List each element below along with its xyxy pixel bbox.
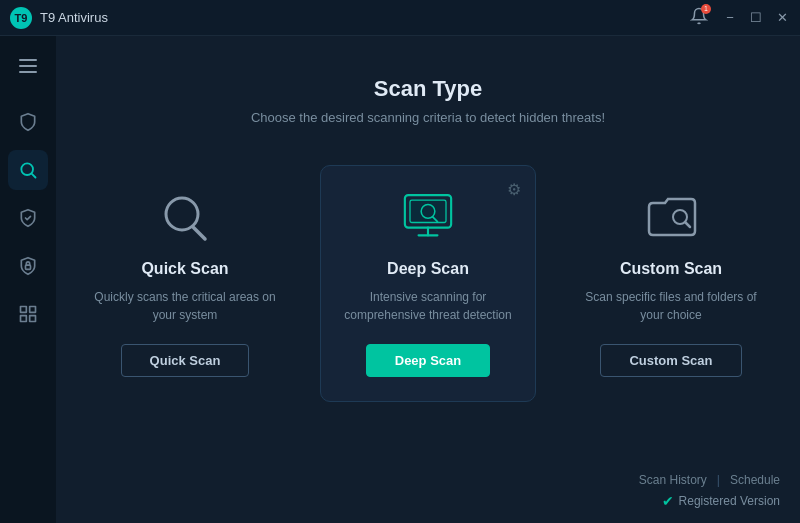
sidebar-item-protection[interactable] [8, 102, 48, 142]
page-title: Scan Type [374, 76, 482, 102]
minimize-button[interactable]: − [720, 8, 740, 28]
page-subtitle: Choose the desired scanning criteria to … [251, 110, 605, 125]
svg-rect-6 [21, 316, 27, 322]
deep-scan-title: Deep Scan [387, 260, 469, 278]
footer-separator: | [717, 473, 720, 487]
deep-scan-card: ⚙ Deep Scan In [320, 165, 536, 402]
app-body: Scan Type Choose the desired scanning cr… [0, 36, 800, 523]
quick-scan-button[interactable]: Quick Scan [121, 344, 250, 377]
scan-cards-container: Quick Scan Quickly scans the critical ar… [78, 165, 778, 402]
sidebar-item-privacy[interactable] [8, 246, 48, 286]
maximize-button[interactable]: ☐ [746, 8, 766, 28]
svg-rect-10 [410, 200, 446, 222]
svg-line-16 [685, 222, 690, 227]
app-logo: T9 [10, 7, 32, 29]
hamburger-icon [19, 59, 37, 73]
custom-scan-icon [636, 186, 706, 246]
settings-gear-icon[interactable]: ⚙ [507, 180, 521, 199]
title-bar: T9 T9 Antivirus 1 − ☐ ✕ [0, 0, 800, 36]
custom-scan-card: Custom Scan Scan specific files and fold… [564, 166, 778, 401]
registered-label: Registered Version [679, 494, 780, 508]
deep-scan-button[interactable]: Deep Scan [366, 344, 490, 377]
custom-scan-desc: Scan specific files and folders of your … [580, 288, 762, 324]
scan-history-link[interactable]: Scan History [639, 473, 707, 487]
footer-links: Scan History | Schedule [639, 473, 780, 487]
deep-scan-desc: Intensive scanning for comprehensive thr… [337, 288, 519, 324]
notification-icon[interactable]: 1 [690, 7, 708, 29]
registered-status: ✔ Registered Version [662, 493, 780, 509]
close-button[interactable]: ✕ [772, 8, 792, 28]
title-bar-left: T9 T9 Antivirus [10, 7, 108, 29]
deep-scan-icon [393, 186, 463, 246]
svg-point-7 [166, 198, 198, 230]
footer: Scan History | Schedule ✔ Registered Ver… [639, 473, 780, 509]
schedule-link[interactable]: Schedule [730, 473, 780, 487]
check-circle-icon: ✔ [662, 493, 674, 509]
quick-scan-icon [150, 186, 220, 246]
sidebar-item-tools[interactable] [8, 294, 48, 334]
quick-scan-desc: Quickly scans the critical areas on your… [94, 288, 276, 324]
window-controls: 1 − ☐ ✕ [690, 7, 792, 29]
notification-badge-count: 1 [701, 4, 711, 14]
svg-rect-3 [21, 307, 27, 313]
custom-scan-title: Custom Scan [620, 260, 722, 278]
svg-rect-4 [30, 307, 36, 313]
custom-scan-button[interactable]: Custom Scan [600, 344, 741, 377]
main-content: Scan Type Choose the desired scanning cr… [56, 36, 800, 523]
svg-line-8 [194, 227, 206, 239]
quick-scan-card: Quick Scan Quickly scans the critical ar… [78, 166, 292, 401]
sidebar [0, 36, 56, 523]
svg-line-1 [32, 174, 36, 178]
sidebar-item-safeweb[interactable] [8, 198, 48, 238]
hamburger-menu[interactable] [10, 48, 46, 84]
svg-rect-5 [30, 316, 36, 322]
app-title: T9 Antivirus [40, 10, 108, 25]
quick-scan-title: Quick Scan [141, 260, 228, 278]
sidebar-item-scan[interactable] [8, 150, 48, 190]
